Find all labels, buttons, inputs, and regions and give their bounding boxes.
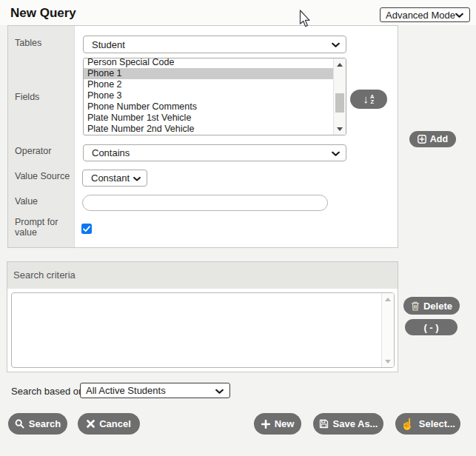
scroll-down-arrow-icon[interactable] (334, 123, 346, 135)
search-based-on-label: Search based on (11, 386, 84, 397)
new-button-label: New (275, 418, 295, 429)
search-criteria-box[interactable] (11, 292, 395, 368)
cancel-button-label: Cancel (99, 418, 131, 429)
search-button[interactable]: Search (8, 413, 67, 435)
scrollbar-thumb[interactable] (335, 93, 344, 113)
fields-option[interactable]: Person Special Code (84, 58, 333, 68)
delete-button-label: Delete (423, 301, 452, 312)
label-column (8, 26, 75, 247)
sort-fields-button[interactable]: ↓ AZ (350, 90, 387, 109)
new-button[interactable]: New (254, 413, 301, 435)
chevron-down-icon (455, 10, 463, 21)
plus-square-icon (418, 135, 426, 144)
value-source-label: Value Source (15, 171, 70, 181)
x-icon (87, 420, 95, 428)
advanced-mode-value: Advanced Mode (386, 10, 455, 21)
fields-option[interactable]: Phone 3 (84, 90, 333, 101)
tables-select-value: Student (92, 39, 125, 50)
add-button[interactable]: Add (409, 131, 456, 147)
fields-option[interactable]: Plate Number 2nd Vehicle (84, 124, 333, 135)
search-based-on-select[interactable]: All Active Students (80, 383, 230, 398)
operator-label: Operator (15, 146, 51, 156)
fields-option[interactable]: Phone 2 (84, 79, 333, 90)
delete-button[interactable]: Delete (403, 297, 460, 315)
query-form-panel: Tables Student Fields Person Special Cod… (7, 25, 398, 248)
fields-label: Fields (15, 92, 39, 102)
value-source-select[interactable]: Constant (82, 170, 147, 187)
chevron-down-icon (332, 147, 340, 158)
save-as-button[interactable]: Save As... (313, 413, 383, 435)
cancel-button[interactable]: Cancel (78, 413, 140, 435)
advanced-mode-select[interactable]: Advanced Mode (380, 7, 470, 22)
select-button[interactable]: ☝ Select... (395, 413, 460, 435)
search-based-on-value: All Active Students (86, 385, 166, 396)
prompt-for-value-label: Prompt forvalue (15, 217, 58, 238)
trash-icon (411, 301, 420, 311)
fields-option[interactable]: Plate Number 1st Vehicle (84, 113, 333, 124)
value-label: Value (15, 196, 38, 207)
fields-option[interactable]: Phone Number Comments (84, 101, 333, 113)
fields-listbox[interactable]: Person Special CodePhone 1Phone 2Phone 3… (83, 58, 346, 135)
search-button-label: Search (29, 418, 61, 429)
paren-button-label: ( - ) (423, 322, 438, 333)
prompt-for-value-checkbox[interactable] (81, 224, 92, 234)
floppy-disk-icon (319, 419, 329, 429)
scroll-up-arrow-icon[interactable] (334, 58, 346, 70)
operator-select[interactable]: Contains (83, 144, 346, 161)
value-input[interactable] (82, 195, 328, 211)
sort-az-icon: ↓ AZ (363, 94, 375, 104)
select-button-label: Select... (419, 418, 455, 429)
chevron-down-icon (332, 39, 340, 50)
fields-option[interactable]: Phone 1 (84, 68, 333, 79)
magnifier-icon (15, 419, 24, 429)
save-as-button-label: Save As... (333, 418, 378, 429)
tables-select[interactable]: Student (83, 36, 346, 53)
scroll-down-arrow-icon[interactable] (382, 355, 394, 367)
scroll-up-arrow-icon[interactable] (382, 293, 394, 305)
fields-options: Person Special CodePhone 1Phone 2Phone 3… (84, 58, 333, 135)
remove-parentheses-button[interactable]: ( - ) (405, 319, 457, 335)
page-title: New Query (10, 6, 76, 21)
chevron-down-icon (133, 172, 141, 184)
chevron-down-icon (215, 385, 224, 396)
tables-label: Tables (15, 38, 41, 48)
operator-select-value: Contains (92, 147, 130, 158)
check-icon (83, 226, 90, 232)
search-criteria-panel: Search criteria (7, 261, 398, 372)
criteria-scrollbar[interactable] (381, 293, 394, 367)
fields-scrollbar[interactable] (333, 58, 346, 135)
value-source-select-value: Constant (91, 172, 130, 184)
search-criteria-header: Search criteria (7, 262, 398, 289)
plus-icon (261, 420, 270, 429)
add-button-label: Add (430, 134, 448, 144)
hand-pointer-icon: ☝ (400, 418, 415, 429)
